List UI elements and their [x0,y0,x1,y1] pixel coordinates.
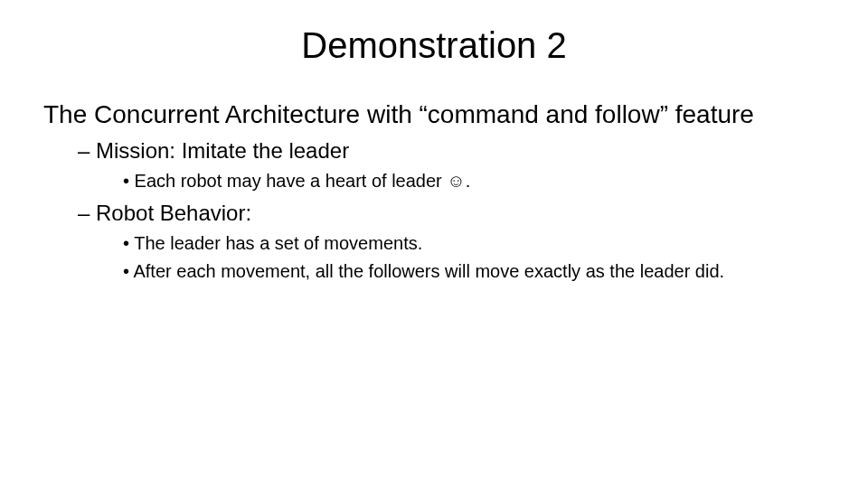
slide: Demonstration 2 The Concurrent Architect… [0,0,868,488]
section-heading: Robot Behavior: [78,201,825,226]
section-robot-behavior: Robot Behavior: The leader has a set of … [43,201,825,284]
section-mission: Mission: Imitate the leader Each robot m… [43,138,825,193]
bullet-item: The leader has a set of movements. [123,231,825,256]
slide-subtitle: The Concurrent Architecture with “comman… [43,100,825,129]
slide-title: Demonstration 2 [43,25,825,66]
section-heading: Mission: Imitate the leader [78,138,825,164]
bullet-item: After each movement, all the followers w… [123,259,825,284]
bullet-item: Each robot may have a heart of leader ☺. [123,169,825,193]
